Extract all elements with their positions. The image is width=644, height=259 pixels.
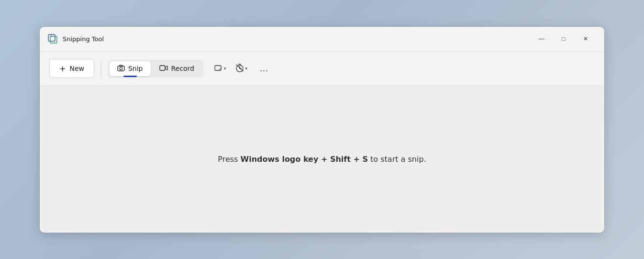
- window-controls: — □ ✕: [531, 30, 597, 47]
- app-icon: [47, 34, 58, 44]
- video-icon: [159, 65, 168, 73]
- more-options-button[interactable]: ...: [255, 61, 274, 77]
- delay-button[interactable]: ▾: [231, 60, 252, 77]
- title-bar-left: Snipping Tool: [47, 34, 531, 44]
- icon-btn-group: ▾ ▾: [210, 60, 252, 77]
- hint-bold: Windows logo key + Shift + S: [241, 155, 368, 164]
- svg-rect-3: [118, 66, 124, 71]
- new-label: New: [69, 65, 84, 72]
- svg-rect-0: [48, 34, 55, 41]
- svg-point-4: [120, 67, 122, 70]
- minimize-button[interactable]: —: [531, 30, 553, 47]
- maximize-button[interactable]: □: [553, 30, 575, 47]
- shape-selector-button[interactable]: ▾: [210, 61, 231, 77]
- title-bar: Snipping Tool — □ ✕: [40, 27, 604, 52]
- tab-group: Snip Record: [108, 60, 203, 78]
- toolbar: + New Snip: [40, 52, 604, 86]
- svg-rect-6: [160, 66, 165, 70]
- svg-line-12: [236, 65, 243, 71]
- app-title: Snipping Tool: [63, 35, 104, 43]
- toolbar-divider: [101, 60, 101, 77]
- new-button[interactable]: + New: [49, 59, 94, 78]
- svg-rect-7: [215, 66, 221, 70]
- delay-chevron-icon: ▾: [245, 66, 247, 71]
- shape-icon: [214, 64, 223, 73]
- content-area: Press Windows logo key + Shift + S to st…: [40, 86, 604, 233]
- svg-rect-1: [50, 36, 57, 43]
- tab-snip[interactable]: Snip: [110, 61, 151, 76]
- tab-record[interactable]: Record: [152, 61, 202, 76]
- shape-chevron-icon: ▾: [224, 66, 226, 71]
- hint-text: Press Windows logo key + Shift + S to st…: [218, 155, 426, 164]
- camera-icon: [117, 65, 125, 73]
- timer-icon: [235, 64, 244, 74]
- app-window: Snipping Tool — □ ✕ + New Sn: [40, 27, 604, 233]
- snip-label: Snip: [128, 65, 143, 72]
- record-label: Record: [171, 65, 194, 72]
- close-button[interactable]: ✕: [575, 30, 597, 47]
- active-tab-indicator: [123, 76, 137, 77]
- plus-icon: +: [59, 64, 66, 73]
- svg-rect-5: [120, 65, 122, 66]
